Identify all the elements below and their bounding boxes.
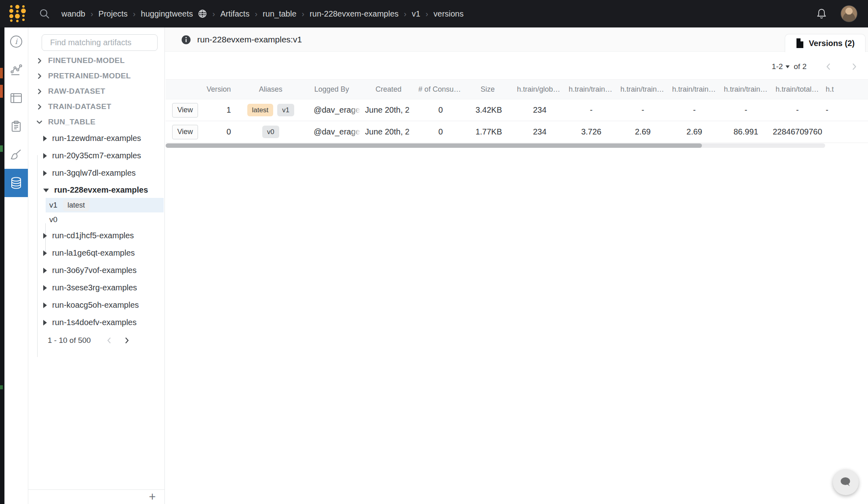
tab-versions[interactable]: Versions (2) xyxy=(785,34,866,52)
breadcrumb-separator: › xyxy=(91,9,93,19)
tab-versions-label: Versions (2) xyxy=(809,39,855,48)
breadcrumb-separator: › xyxy=(302,9,305,19)
col-header-created[interactable]: Created xyxy=(360,80,417,99)
tree-run-koacg5oh[interactable]: run-koacg5oh-examples xyxy=(28,296,164,314)
col-header-metric[interactable]: h.train/train… xyxy=(668,80,720,99)
artifact-search[interactable] xyxy=(42,34,158,51)
metric-cell xyxy=(823,121,868,143)
metric-cell: - xyxy=(772,99,824,121)
tree-run-la1ge6qt[interactable]: run-la1ge6qt-examples xyxy=(28,244,164,262)
metric-cell: - xyxy=(720,99,772,121)
page-total-label: of 2 xyxy=(794,62,807,71)
artifacts-database-icon[interactable] xyxy=(4,169,28,197)
tree-run-228evxem[interactable]: run-228evxem-examples xyxy=(28,182,164,198)
chevron-down-icon xyxy=(36,119,42,125)
breadcrumb-artifact-name[interactable]: run-228evxem-examples xyxy=(310,9,398,19)
table-prev-page-icon[interactable] xyxy=(824,63,832,71)
col-header-metric[interactable]: h.train/train… xyxy=(565,80,616,99)
tree-run-3o6y7vof[interactable]: run-3o6y7vof-examples xyxy=(28,262,164,279)
col-header-metric[interactable]: h.train/total… xyxy=(771,80,823,99)
chevron-right-icon xyxy=(36,88,42,94)
breadcrumb-separator: › xyxy=(404,9,407,19)
tree-run-3gqlw7dl[interactable]: run-3gqlw7dl-examples xyxy=(28,164,164,182)
col-header-metric[interactable]: h.t xyxy=(823,80,868,99)
view-button[interactable]: View xyxy=(172,125,198,139)
add-artifact-button[interactable]: + xyxy=(147,491,158,503)
logged-by-cell[interactable]: @dav_erage xyxy=(303,99,361,121)
chat-support-button[interactable] xyxy=(833,469,859,495)
triangle-right-icon xyxy=(43,320,47,326)
col-header-version[interactable]: Version xyxy=(201,80,238,99)
chat-bubble-icon xyxy=(839,476,853,489)
sidebar-pagination: 1 - 10 of 500 xyxy=(28,331,164,350)
tree-section-label: PRETRAINED-MODEL xyxy=(48,71,131,80)
info-icon[interactable] xyxy=(181,35,191,45)
tree-run-cd1jhcf5[interactable]: run-cd1jhcf5-examples xyxy=(28,227,164,244)
alias-badge-v1[interactable]: v1 xyxy=(277,104,294,116)
breadcrumb-version[interactable]: v1 xyxy=(412,9,420,19)
breadcrumb-versions[interactable]: versions xyxy=(434,9,463,19)
files-clipboard-icon[interactable] xyxy=(4,112,28,141)
pagination-next-icon[interactable] xyxy=(123,337,131,344)
tree-version-v1[interactable]: v1 latest xyxy=(46,198,164,212)
tree-section-run-table[interactable]: RUN_TABLE xyxy=(28,114,164,130)
breadcrumb-wandb[interactable]: wandb xyxy=(61,9,85,19)
triangle-right-icon xyxy=(43,153,47,159)
panels-table-icon[interactable] xyxy=(4,84,28,112)
notifications-bell-icon[interactable] xyxy=(816,8,827,19)
nav-search-icon[interactable] xyxy=(39,8,50,19)
tree-section-pretrained-model[interactable]: PRETRAINED-MODEL xyxy=(28,68,164,84)
latest-badge: latest xyxy=(63,200,89,211)
metadata-chart-icon[interactable] xyxy=(4,56,28,84)
logged-by-cell[interactable]: @dav_erage xyxy=(303,121,361,143)
alias-badge-v0[interactable]: v0 xyxy=(262,126,279,138)
triangle-right-icon xyxy=(43,285,47,291)
col-header-aliases[interactable]: Aliases xyxy=(238,80,303,99)
overview-info-icon[interactable]: i xyxy=(4,27,28,56)
svg-text:i: i xyxy=(15,37,18,46)
metric-cell: 22846709760 xyxy=(772,121,824,143)
sidebar-footer: + xyxy=(28,489,164,504)
chevron-right-icon xyxy=(36,58,42,64)
breadcrumb-project-huggingtweets[interactable]: huggingtweets xyxy=(141,9,193,19)
wandb-logo-icon[interactable] xyxy=(8,4,27,23)
size-cell: 3.42KB xyxy=(463,99,514,121)
col-header-size[interactable]: Size xyxy=(463,80,513,99)
col-header-consumers[interactable]: # of Consu… xyxy=(417,80,462,99)
lineage-broom-icon[interactable] xyxy=(4,141,28,169)
tree-section-label: RAW-DATASET xyxy=(48,87,105,96)
sidebar-pagination-label: 1 - 10 of 500 xyxy=(48,336,91,345)
tree-run-label: run-la1ge6qt-examples xyxy=(52,248,135,258)
view-button[interactable]: View xyxy=(172,103,198,118)
col-header-metric[interactable]: h.train/train… xyxy=(616,80,668,99)
tree-run-3sese3rg[interactable]: run-3sese3rg-examples xyxy=(28,279,164,296)
tree-run-1zewdmar[interactable]: run-1zewdmar-examples xyxy=(28,130,164,147)
pagination-prev-icon[interactable] xyxy=(105,337,113,344)
triangle-right-icon xyxy=(43,250,47,256)
tree-section-finetuned-model[interactable]: FINETUNED-MODEL xyxy=(28,53,164,68)
breadcrumb-projects[interactable]: Projects xyxy=(99,9,128,19)
horizontal-scrollbar xyxy=(166,143,825,148)
page-range-dropdown[interactable]: 1-2 xyxy=(772,62,790,71)
tree-run-20y35cm7[interactable]: run-20y35cm7-examples xyxy=(28,147,164,164)
col-header-metric[interactable]: h.train/glob… xyxy=(513,80,565,99)
table-next-page-icon[interactable] xyxy=(850,63,858,71)
tree-run-1s4doefv[interactable]: run-1s4doefv-examples xyxy=(28,314,164,331)
tree-version-v0[interactable]: v0 xyxy=(28,212,164,227)
alias-badge-latest[interactable]: latest xyxy=(247,104,274,116)
tree-section-train-dataset[interactable]: TRAIN-DATASET xyxy=(28,99,164,114)
scrollbar-thumb[interactable] xyxy=(166,143,702,148)
breadcrumb-run-table[interactable]: run_table xyxy=(263,9,296,19)
metric-cell: 2.69 xyxy=(669,121,721,143)
version-cell: 0 xyxy=(201,121,238,143)
tree-run-label: run-1s4doefv-examples xyxy=(52,318,137,327)
col-header-logged-by[interactable]: Logged By xyxy=(303,80,360,99)
search-input[interactable] xyxy=(50,38,157,47)
breadcrumb-artifacts[interactable]: Artifacts xyxy=(220,9,249,19)
tree-section-raw-dataset[interactable]: RAW-DATASET xyxy=(28,84,164,99)
col-header-metric[interactable]: h.train/train… xyxy=(720,80,771,99)
metric-cell: 3.726 xyxy=(565,121,617,143)
breadcrumb-separator: › xyxy=(255,9,257,19)
user-avatar[interactable] xyxy=(841,5,857,22)
tree-run-label: run-cd1jhcf5-examples xyxy=(52,231,134,240)
